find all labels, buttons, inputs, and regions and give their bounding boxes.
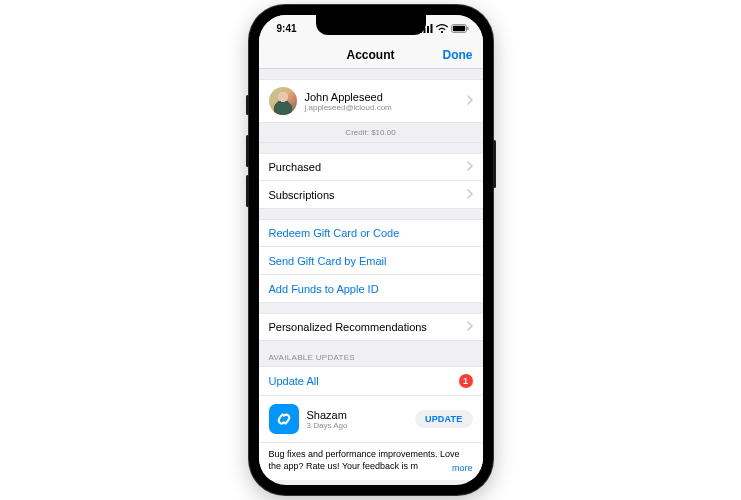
personalized-row[interactable]: Personalized Recommendations: [259, 313, 483, 341]
chevron-right-icon: [467, 189, 473, 201]
avatar: [269, 87, 297, 115]
profile-name: John Appleseed: [305, 91, 392, 103]
updates-badge: 1: [459, 374, 473, 388]
more-link[interactable]: more: [444, 463, 473, 475]
update-button[interactable]: UPDATE: [415, 410, 473, 428]
svg-rect-5: [452, 25, 464, 30]
update-all-label: Update All: [269, 375, 319, 387]
wifi-icon: [436, 24, 448, 33]
update-app-row[interactable]: Shazam 3 Days Ago UPDATE: [259, 396, 483, 443]
redeem-row[interactable]: Redeem Gift Card or Code: [259, 219, 483, 247]
page-title: Account: [347, 48, 395, 62]
svg-rect-2: [427, 26, 429, 33]
status-time: 9:41: [277, 23, 297, 34]
chevron-right-icon: [467, 95, 473, 107]
subscriptions-label: Subscriptions: [269, 189, 335, 201]
svg-rect-6: [467, 27, 468, 30]
purchased-row[interactable]: Purchased: [259, 153, 483, 181]
subscriptions-row[interactable]: Subscriptions: [259, 181, 483, 209]
profile-row[interactable]: John Appleseed j.appleseed@icloud.com: [259, 79, 483, 123]
app-name: Shazam: [307, 409, 348, 421]
update-all-row[interactable]: Update All 1: [259, 366, 483, 396]
app-time: 3 Days Ago: [307, 421, 348, 430]
release-notes-text: Bug fixes and performance improvements. …: [269, 449, 460, 471]
chevron-right-icon: [467, 321, 473, 333]
shazam-icon: [269, 404, 299, 434]
add-funds-row[interactable]: Add Funds to Apple ID: [259, 275, 483, 303]
send-gift-row[interactable]: Send Gift Card by Email: [259, 247, 483, 275]
svg-rect-3: [430, 24, 432, 33]
send-gift-label: Send Gift Card by Email: [269, 255, 387, 267]
personalized-label: Personalized Recommendations: [269, 321, 427, 333]
battery-icon: [451, 24, 469, 33]
add-funds-label: Add Funds to Apple ID: [269, 283, 379, 295]
release-notes: Bug fixes and performance improvements. …: [259, 443, 483, 480]
updates-header: AVAILABLE UPDATES: [259, 341, 483, 366]
done-button[interactable]: Done: [443, 48, 473, 62]
chevron-right-icon: [467, 161, 473, 173]
credit-label: Credit: $10.00: [259, 123, 483, 143]
redeem-label: Redeem Gift Card or Code: [269, 227, 400, 239]
nav-bar: Account Done: [259, 41, 483, 69]
profile-email: j.appleseed@icloud.com: [305, 103, 392, 112]
purchased-label: Purchased: [269, 161, 322, 173]
